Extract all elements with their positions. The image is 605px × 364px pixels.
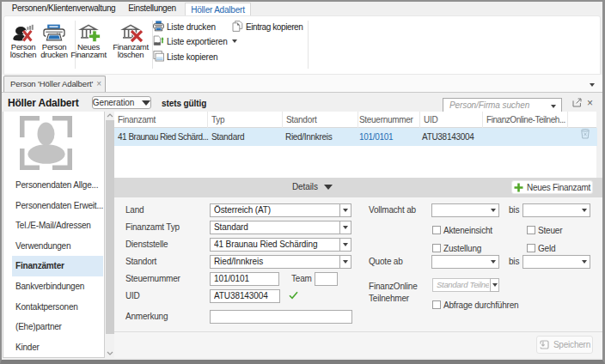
sidebar: Personendaten Allge... Personendaten Erw… <box>3 112 105 358</box>
sidebar-item-verwendungen[interactable]: Verwendungen <box>12 236 103 257</box>
printer-small-icon <box>153 21 164 33</box>
finanzamt-loeschen-button[interactable]: Finanzamt löschen <box>105 22 156 72</box>
combo-caret-icon[interactable] <box>339 204 351 216</box>
finanzonline-label-line2: Teilnehmer <box>369 294 409 303</box>
column-header-uid[interactable]: UID <box>419 112 482 128</box>
steuernummer-input[interactable]: 101/0101 <box>210 272 279 286</box>
avatar <box>20 116 75 175</box>
scrollbar-thumb[interactable] <box>106 120 114 334</box>
team-input[interactable] <box>315 272 338 286</box>
liste-kopieren-button[interactable]: Liste kopieren <box>153 51 217 63</box>
combo-caret-icon[interactable] <box>578 256 590 268</box>
sidebar-item-tel-email-adressen[interactable]: Tel./E-Mail/Adressen <box>12 215 103 236</box>
content-area: Personendaten Allge... Personendaten Erw… <box>2 112 602 360</box>
sidebar-item-finanzaemter[interactable]: Finanzämter <box>12 256 103 276</box>
sidebar-item-bankverbindungen[interactable]: Bankverbindungen <box>12 276 103 297</box>
finanzamt-typ-select[interactable]: Standard <box>210 221 351 234</box>
save-icon <box>539 340 549 350</box>
ribbon-tab-personen[interactable]: Personen/Klientenverwaltung <box>8 2 119 15</box>
export-icon <box>153 35 164 48</box>
zustellung-checkbox[interactable] <box>432 244 441 252</box>
zustellung-label: Zustellung <box>443 244 481 253</box>
land-select[interactable]: Österreich (AT) <box>210 203 351 217</box>
ribbon-tab-einstellungen[interactable]: Einstellungen <box>125 2 180 15</box>
details-caret-icon <box>324 185 333 190</box>
anmerkung-input[interactable] <box>210 310 352 324</box>
team-label: Team <box>291 274 312 283</box>
sidebar-item-kontaktpersonen[interactable]: Kontaktpersonen <box>12 297 103 318</box>
standort-select[interactable]: Ried/Innkreis <box>210 255 351 269</box>
table-scroll-gutter <box>596 112 602 178</box>
liste-drucken-button[interactable]: Liste drucken <box>153 21 216 33</box>
abfrage-label: Abfrage durchführen <box>443 300 518 310</box>
sidebar-item-personendaten-erweitert[interactable]: Personendaten Erweit... <box>12 196 103 216</box>
combo-caret-icon[interactable] <box>339 221 351 234</box>
combo-caret-icon[interactable] <box>487 204 498 216</box>
column-header-finanzamt[interactable]: Finanzamt <box>114 112 207 128</box>
column-header-standort[interactable]: Standort <box>282 112 358 128</box>
quote-ab-select[interactable] <box>431 255 499 269</box>
finanzonline-teilnehmer-select[interactable]: Standard Teilnehmer <box>432 278 491 292</box>
quote-bis-select[interactable] <box>522 255 590 269</box>
liste-exportieren-button[interactable]: Liste exportieren <box>153 35 237 47</box>
finanzonline-caret-icon[interactable] <box>490 278 499 292</box>
details-toggle[interactable]: Details <box>292 182 333 191</box>
dropdown-caret-icon <box>232 39 237 43</box>
app-window: Personen/Klientenverwaltung Einstellunge… <box>0 0 605 364</box>
table-header: Finanzamt Typ Standort Steuernummer UID … <box>114 112 602 128</box>
tab-list-caret-icon[interactable] <box>590 83 595 87</box>
search-input[interactable]: Person/Firma suchen <box>443 98 562 112</box>
uid-input[interactable]: ATU38143004 <box>210 289 280 303</box>
dienststelle-label: Dienststelle <box>125 240 168 249</box>
table-row[interactable]: 41 Braunau Ried Schärd... Standard Ried/… <box>114 128 597 146</box>
geld-checkbox[interactable] <box>527 244 535 252</box>
finanzamt-typ-label: Finanzamt Typ <box>125 222 180 232</box>
detach-icon[interactable] <box>572 98 582 109</box>
standort-label: Standort <box>125 257 156 266</box>
search-caret-icon[interactable] <box>551 105 556 108</box>
generation-caret-icon <box>142 100 150 106</box>
column-header-spacer <box>567 112 597 128</box>
geld-label: Geld <box>538 244 555 253</box>
column-header-typ[interactable]: Typ <box>207 112 282 128</box>
tab-close-icon[interactable]: × <box>96 79 101 88</box>
akteneinsicht-checkbox[interactable] <box>432 226 441 234</box>
combo-caret-icon[interactable] <box>487 256 498 268</box>
quote-ab-label: Quote ab <box>369 257 403 266</box>
ribbon-tab-bar: Personen/Klientenverwaltung Einstellunge… <box>2 2 602 15</box>
vollmacht-ab-select[interactable] <box>431 203 499 217</box>
ribbon: Person löschen Person drucken Neues Fina… <box>3 15 601 75</box>
document-tab[interactable]: Person 'Höller Adalbert'× <box>3 76 106 92</box>
details-bar: Details Neues Finanzamt <box>114 178 602 197</box>
sidebar-item-ehepartner[interactable]: (Ehe)partner <box>12 317 103 337</box>
akteneinsicht-label: Akteneinsicht <box>443 226 492 235</box>
validity-status: stets gültig <box>162 99 206 108</box>
delete-row-icon[interactable] <box>580 129 590 141</box>
column-header-finanzonline[interactable]: FinanzOnline-Teilneh... <box>482 112 567 128</box>
sidebar-item-kinder[interactable]: Kinder <box>12 337 103 358</box>
steuer-label: Steuer <box>538 226 562 235</box>
new-finanzamt-button[interactable]: Neues Finanzamt <box>511 180 593 194</box>
generation-button[interactable]: Generation <box>92 96 151 109</box>
sidebar-item-personendaten-allgemein[interactable]: Personendaten Allge... <box>12 175 103 196</box>
copy-list-icon <box>153 51 164 64</box>
quote-bis-label: bis <box>509 257 519 266</box>
abfrage-checkbox[interactable] <box>432 300 441 309</box>
save-button[interactable]: Speichern <box>536 336 593 354</box>
close-pane-icon[interactable]: × <box>587 97 593 109</box>
column-header-steuernummer[interactable]: Steuernummer <box>358 112 419 128</box>
anmerkung-label: Anmerkung <box>125 312 168 321</box>
cell-standort: Ried/Innkreis <box>282 128 358 146</box>
dienststelle-select[interactable]: 41 Braunau Ried Schärding <box>210 238 351 252</box>
search-placeholder: Person/Firma suchen <box>449 100 529 110</box>
details-form: Land Österreich (AT) Finanzamt Typ Stand… <box>114 198 602 332</box>
combo-caret-icon[interactable] <box>578 204 590 216</box>
vollmacht-bis-select[interactable] <box>522 203 590 217</box>
combo-caret-icon[interactable] <box>339 239 351 251</box>
person-header: Höller Adalbert Generation stets gültig … <box>2 92 602 113</box>
steuernummer-label: Steuernummer <box>125 274 180 283</box>
document-tab-bar: Person 'Höller Adalbert'× <box>2 75 602 92</box>
steuer-checkbox[interactable] <box>527 226 535 234</box>
combo-caret-icon[interactable] <box>339 256 351 268</box>
eintrag-kopieren-button[interactable]: Eintrag kopieren <box>232 21 302 33</box>
